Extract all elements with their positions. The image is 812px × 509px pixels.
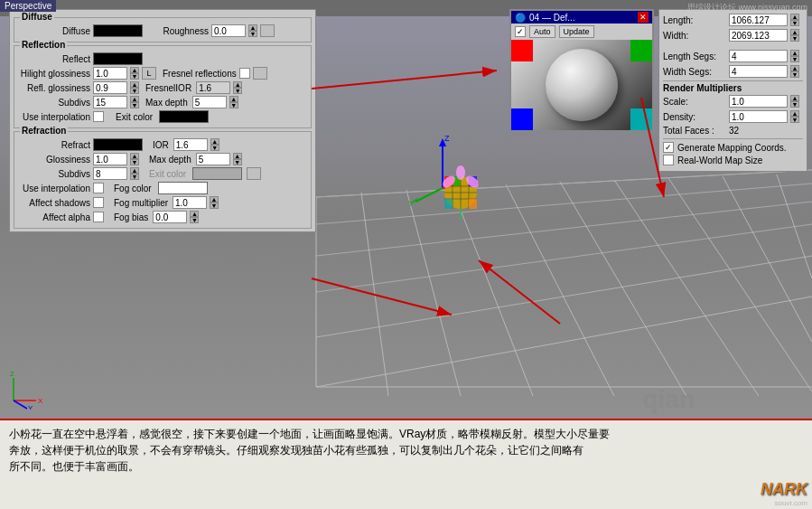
update-btn[interactable]: Update bbox=[559, 25, 594, 38]
svg-text:Z: Z bbox=[444, 134, 450, 143]
fog-mult-spinner[interactable]: ▲ ▼ bbox=[210, 196, 219, 209]
density-value[interactable]: 1.0 bbox=[729, 110, 788, 123]
fog-bias-value[interactable]: 0.0 bbox=[153, 211, 187, 223]
refr-exitcolor-swatch[interactable] bbox=[192, 167, 242, 180]
real-world-checkbox[interactable] bbox=[663, 155, 674, 165]
refr-maxdepth-spinner[interactable]: ▲ ▼ bbox=[233, 153, 242, 165]
reflection-title: Reflection bbox=[20, 40, 67, 50]
fresnel-extra[interactable] bbox=[253, 67, 267, 80]
fresnel-checkbox[interactable] bbox=[239, 68, 250, 79]
gen-mapping-checkbox[interactable]: ✓ bbox=[663, 142, 674, 153]
affect-shadows-checkbox[interactable] bbox=[93, 197, 104, 208]
exit-color-swatch[interactable] bbox=[159, 110, 209, 123]
width-segs-spinner[interactable]: ▲ ▼ bbox=[790, 65, 799, 78]
length-spinner[interactable]: ▲ ▼ bbox=[790, 14, 799, 26]
diffuse-color-swatch[interactable] bbox=[93, 24, 143, 37]
auto-checkbox[interactable]: ✓ bbox=[515, 26, 526, 37]
affect-shadows-label: Affect shadows bbox=[18, 198, 90, 208]
width-segs-row: Width Segs: 4 ▲ ▼ bbox=[663, 65, 803, 78]
total-faces-row: Total Faces : 32 bbox=[663, 126, 803, 136]
refr-exit-btn[interactable] bbox=[247, 167, 261, 180]
fresnel-ior-value[interactable]: 1.6 bbox=[196, 81, 230, 94]
scale-row: Scale: 1.0 ▲ ▼ bbox=[663, 95, 803, 108]
scale-spinner[interactable]: ▲ ▼ bbox=[790, 95, 799, 108]
refr-subdivs-spinner[interactable]: ▲ ▼ bbox=[130, 167, 139, 180]
width-segs-value[interactable]: 4 bbox=[729, 65, 788, 78]
logo-area: NARK souvr.com bbox=[761, 480, 807, 507]
width-value[interactable]: 2069.123 bbox=[729, 29, 788, 42]
total-faces-value: 32 bbox=[729, 126, 739, 136]
mat-preview-toolbar: ✓ Auto Update bbox=[511, 24, 652, 40]
max-depth-spinner[interactable]: ▲ ▼ bbox=[229, 96, 238, 108]
subdivs-spinner[interactable]: ▲ ▼ bbox=[130, 96, 139, 108]
mat-preview-close-btn[interactable]: ✕ bbox=[638, 12, 649, 23]
material-panel: Diffuse Diffuse Roughness 0.0 ▲ ▼ Reflec… bbox=[9, 9, 316, 232]
fog-mult-value[interactable]: 1.0 bbox=[173, 196, 207, 209]
mat-preview-title-text: 04 — Def... bbox=[529, 13, 575, 23]
real-world-label: Real-World Map Size bbox=[677, 156, 762, 165]
sphere-preview bbox=[546, 49, 618, 121]
reflect-color-swatch[interactable] bbox=[93, 52, 143, 65]
density-spinner[interactable]: ▲ ▼ bbox=[790, 110, 799, 123]
refract-label: Refract bbox=[18, 140, 90, 150]
fog-color-swatch[interactable] bbox=[158, 182, 208, 194]
exit-color-label: Exit color bbox=[116, 112, 153, 122]
hilight-spinner[interactable]: ▲ ▼ bbox=[130, 67, 139, 80]
refr-subdivs-value[interactable]: 8 bbox=[93, 167, 127, 180]
affect-alpha-checkbox[interactable] bbox=[93, 212, 104, 222]
ior-value[interactable]: 1.6 bbox=[173, 138, 208, 151]
refl-gloss-spinner[interactable]: ▲ ▼ bbox=[130, 81, 139, 94]
reflection-section: Reflection Reflect Hilight glossiness 1.… bbox=[14, 45, 312, 128]
fog-bias-spinner[interactable]: ▲ ▼ bbox=[190, 211, 199, 223]
diffuse-label: Diffuse bbox=[18, 26, 90, 36]
refract-color-swatch[interactable] bbox=[93, 138, 143, 151]
scale-value[interactable]: 1.0 bbox=[729, 95, 788, 108]
description-line2: 奔放，这样便于机位的取景，不会有穿帮镜头。仔细观察发现独苗小花有些孤独，可以复制… bbox=[9, 442, 803, 458]
render-mult-title: Render Multipliers bbox=[663, 80, 803, 93]
L-button[interactable]: L bbox=[142, 67, 156, 80]
properties-panel: Length: 1066.127 ▲ ▼ Width: 2069.123 ▲ ▼… bbox=[658, 9, 807, 172]
diffuse-extra-btn[interactable] bbox=[260, 24, 275, 37]
length-value[interactable]: 1066.127 bbox=[729, 14, 788, 26]
hilight-value[interactable]: 1.0 bbox=[93, 67, 127, 80]
svg-point-41 bbox=[456, 165, 465, 180]
real-world-row: Real-World Map Size bbox=[663, 155, 803, 165]
length-segs-spinner[interactable]: ▲ ▼ bbox=[790, 50, 799, 62]
width-label: Width: bbox=[663, 31, 726, 41]
material-preview-window: 🔵 04 — Def... ✕ ✓ Auto Update bbox=[509, 9, 654, 132]
ior-spinner[interactable]: ▲ ▼ bbox=[210, 138, 219, 151]
gen-mapping-row: ✓ Generate Mapping Coords. bbox=[663, 142, 803, 153]
mat-preview-titlebar: 🔵 04 — Def... ✕ bbox=[511, 11, 652, 24]
refraction-section: Refraction Refract IOR 1.6 ▲ ▼ Glossines… bbox=[14, 131, 312, 229]
subdivs-value[interactable]: 15 bbox=[93, 96, 127, 108]
refraction-title: Refraction bbox=[20, 126, 68, 136]
density-row: Density: 1.0 ▲ ▼ bbox=[663, 110, 803, 123]
use-interp-refr-label: Use interpolation bbox=[18, 184, 90, 193]
gloss-value[interactable]: 1.0 bbox=[93, 153, 127, 165]
gloss-spinner[interactable]: ▲ ▼ bbox=[130, 153, 139, 165]
preview-corner-tr bbox=[630, 40, 652, 61]
max-depth-value[interactable]: 5 bbox=[192, 96, 227, 108]
refract-row: Refract IOR 1.6 ▲ ▼ bbox=[18, 135, 307, 151]
use-interp-checkbox[interactable] bbox=[93, 111, 104, 122]
refr-exitcolor-label: Exit color bbox=[149, 169, 186, 179]
refr-maxdepth-value[interactable]: 5 bbox=[196, 153, 230, 165]
svg-rect-39 bbox=[444, 199, 453, 209]
gloss-label: Glossiness bbox=[18, 155, 90, 165]
auto-btn[interactable]: Auto bbox=[529, 25, 555, 38]
fresnel-ior-spinner[interactable]: ▲ ▼ bbox=[233, 81, 242, 94]
roughness-spinner[interactable]: ▲ ▼ bbox=[248, 24, 257, 37]
width-spinner[interactable]: ▲ ▼ bbox=[790, 29, 799, 42]
use-interp-refr-checkbox[interactable] bbox=[93, 183, 104, 193]
roughness-value[interactable]: 0.0 bbox=[211, 24, 246, 37]
hilight-row: Hilight glossiness 1.0 ▲ ▼ L Fresnel ref… bbox=[18, 67, 307, 80]
description-line3: 所不同。也便于丰富画面。 bbox=[9, 458, 803, 475]
gen-mapping-label: Generate Mapping Coords. bbox=[677, 143, 787, 153]
world-axes: X Z Y bbox=[9, 369, 50, 410]
width-segs-label: Width Segs: bbox=[663, 67, 726, 77]
roughness-spin-down[interactable]: ▼ bbox=[248, 31, 257, 37]
refl-gloss-value[interactable]: 0.9 bbox=[93, 81, 127, 94]
affect-shadows-row: Affect shadows Fog multiplier 1.0 ▲ ▼ bbox=[18, 196, 307, 209]
roughness-spin-up[interactable]: ▲ bbox=[248, 24, 257, 31]
length-segs-value[interactable]: 4 bbox=[729, 50, 788, 62]
